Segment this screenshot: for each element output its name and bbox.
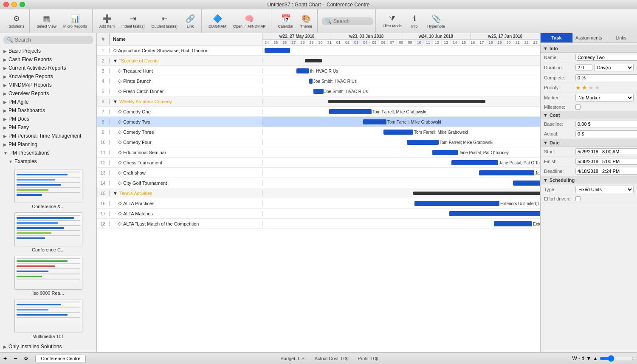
table-row[interactable]: 9 ◇ Comedy Three Tom Farrell; Mike Grabo… [97, 127, 540, 137]
info-button[interactable]: ℹ Info [406, 12, 423, 30]
row-chart[interactable]: Jane Postal; Pat O'Tormey [262, 168, 540, 178]
remove-button[interactable]: − [14, 355, 17, 362]
row-chart[interactable] [262, 96, 540, 106]
tab-assignments[interactable]: Assignments [573, 33, 605, 42]
sidebar-item-pm-planning[interactable]: ▶ PM Planning [0, 140, 96, 149]
rp-duration-input[interactable] [575, 64, 592, 71]
sidebar-item-pm-docs[interactable]: ▶ PM Docs [0, 115, 96, 123]
row-chart[interactable]: Tom Farrell; Mike Grabowski [262, 107, 540, 116]
sidebar-item-pm-personal[interactable]: ▶ PM Personal Time Management [0, 132, 96, 140]
theme-button[interactable]: 🎨 Theme [298, 12, 315, 30]
row-chart[interactable]: Tom Farrell; Mike Grabowski [262, 137, 540, 147]
example-conference-c[interactable]: Conference C... [2, 211, 95, 254]
diagram-button[interactable]: 🔷 DIAGRAM [206, 12, 229, 30]
rp-deadline-input[interactable] [575, 168, 637, 175]
star-2[interactable]: ★ [582, 84, 587, 91]
row-chart[interactable]: Jane Postal; Pat O'Tormey [262, 147, 540, 157]
sidebar-item-examples[interactable]: ▼ Examples [0, 157, 96, 166]
sidebar-search-input[interactable] [15, 37, 90, 43]
table-row[interactable]: 15 ▼ Tennis Activities [97, 188, 540, 198]
table-row[interactable]: 5 ◇ Fresh Catch Dinner Joe Smith; HVAC R… [97, 86, 540, 96]
row-chart[interactable]: Joe Smith; HVAC R Us [262, 76, 540, 86]
example-iso-9000[interactable]: Iso 9000 Rea... [2, 254, 95, 297]
sidebar-item-pm-presentations[interactable]: ▼ PM Presentations [0, 149, 96, 157]
rp-date-section[interactable]: ▼ Date [541, 139, 637, 147]
window-controls[interactable] [3, 2, 25, 7]
open-mindmap-button[interactable]: 🧠 Open in MINDMAP [231, 12, 268, 30]
example-conference-and[interactable]: Conference &... [2, 167, 95, 211]
indent-button[interactable]: ⇥ Indent task(s) [119, 12, 147, 30]
table-row[interactable]: 13 ◇ Craft show Jane Postal; Pat O'Torme… [97, 168, 540, 178]
calendar-button[interactable]: 📅 Calendar [276, 12, 296, 30]
table-row[interactable]: 1 ◇ Agriculture Center Showcase; Rich Ga… [97, 45, 540, 56]
row-chart[interactable]: Exteriors Unlimited; Denise; Katherine [262, 198, 540, 208]
rp-duration-unit-select[interactable]: Day(s) [594, 64, 634, 71]
micro-reports-button[interactable]: 📊 Micro Reports [61, 12, 90, 30]
rp-name-input[interactable] [575, 54, 637, 61]
status-tab-conference[interactable]: Conference Centre [35, 355, 86, 362]
rp-actual-input[interactable] [575, 130, 637, 137]
maximize-button[interactable] [20, 2, 25, 7]
example-multimedia[interactable]: Multimedia 101 [2, 297, 95, 341]
table-row[interactable]: 17 ◇ ALTA Matches Exteriors Unlimited; D [97, 209, 540, 219]
rp-marker-select[interactable]: No Marker [575, 94, 634, 102]
expand-icon[interactable]: ▼ [113, 191, 118, 196]
sidebar-item-pm-easy[interactable]: ▶ PM Easy [0, 123, 96, 132]
rp-start-input[interactable] [575, 148, 637, 155]
rp-finish-input[interactable] [575, 158, 637, 165]
table-row[interactable]: 18 ◇ ALTA "Last Match of the Competition… [97, 219, 540, 229]
table-row[interactable]: 10 ◇ Comedy Four Tom Farrell; Mike Grabo… [97, 137, 540, 147]
sidebar-item-only-installed[interactable]: ▶ Only Installed Solutions [0, 342, 96, 351]
gantt-body[interactable]: 1 ◇ Agriculture Center Showcase; Rich Ga… [97, 45, 540, 352]
row-chart[interactable]: Tom Farrell; Mike Grabowski [262, 117, 540, 127]
rp-baseline-input[interactable] [575, 121, 637, 127]
minimize-button[interactable] [11, 2, 17, 7]
add-item-button[interactable]: ➕ Add Item [97, 12, 117, 30]
sidebar-item-mindmap[interactable]: ▶ MINDMAP Reports [0, 81, 96, 89]
row-chart[interactable]: Joe Smith; HVAC R Us [262, 86, 540, 96]
star-3[interactable]: ★ [588, 84, 594, 91]
table-row[interactable]: 6 ▼ Weekly Amateur Comedy [97, 96, 540, 107]
settings-button[interactable]: ⚙ [24, 356, 28, 361]
row-chart[interactable] [262, 188, 540, 198]
sidebar-item-cash-flow[interactable]: ▶ Cash Flow Reports [0, 55, 96, 64]
row-chart[interactable]: Exteriors Unlimi [262, 219, 540, 229]
row-chart[interactable]: Tom Farrell; Mike Grabowski [262, 127, 540, 137]
rp-scheduling-section[interactable]: ▼ Scheduling [541, 176, 637, 184]
table-row[interactable]: 4 ◇ Pirate Brunch Joe Smith; HVAC R Us [97, 76, 540, 86]
table-row[interactable]: 8 ◇ Comedy Two Tom Farrell; Mike Grabows… [97, 117, 540, 127]
tab-task[interactable]: Task [541, 33, 573, 42]
sidebar-item-overview[interactable]: ▶ Overview Reports [0, 89, 96, 98]
zoom-down-icon[interactable]: ▼ [586, 356, 591, 361]
rp-priority-stars[interactable]: ★ ★ ★ ★ [575, 84, 600, 91]
sidebar-item-knowledge[interactable]: ▶ Knowledge Reports [0, 72, 96, 81]
star-1[interactable]: ★ [575, 84, 581, 91]
row-chart[interactable]: Exteriors Unlimited; D [262, 209, 540, 218]
sidebar-item-basic-projects[interactable]: ▶ Basic Projects [0, 47, 96, 55]
solutions-button[interactable]: ⚙ Solutions [6, 12, 27, 30]
table-row[interactable]: 7 ◇ Comedy One Tom Farrell; Mike Grabows… [97, 107, 540, 117]
table-row[interactable]: 16 ◇ ALTA Practices Exteriors Unlimited;… [97, 198, 540, 209]
rp-cost-section[interactable]: ▼ Cost [541, 111, 637, 119]
rp-info-section[interactable]: ▼ Info [541, 45, 637, 53]
row-chart[interactable]: th; HVAC R Us [262, 66, 540, 76]
rp-complete-input[interactable] [575, 74, 637, 81]
toolbar-search-box[interactable]: 🔍 [322, 17, 373, 25]
rp-milestone-checkbox[interactable] [575, 104, 581, 110]
row-chart[interactable]: Jane Postal; Pa [262, 178, 540, 188]
add-button[interactable]: + [3, 355, 7, 362]
link-button[interactable]: 🔗 Link [182, 12, 199, 30]
outdent-button[interactable]: ⇤ Outdent task(s) [149, 12, 180, 30]
row-chart[interactable] [262, 45, 540, 55]
sidebar-item-pm-agile[interactable]: ▶ PM Agile [0, 98, 96, 106]
star-4[interactable]: ★ [595, 84, 600, 91]
sidebar-item-current-activities[interactable]: ▶ Current Activities Reports [0, 64, 96, 72]
table-row[interactable]: 14 ◇ City Golf Tournament Jane Postal; P… [97, 178, 540, 188]
hypernote-button[interactable]: 📎 Hypernote [425, 12, 448, 30]
toolbar-search-input[interactable] [333, 18, 367, 24]
select-view-button[interactable]: ▦ Select View [34, 12, 59, 30]
row-chart[interactable] [262, 56, 540, 65]
sidebar-item-pm-dashboards[interactable]: ▶ PM Dashboards [0, 106, 96, 115]
filter-mode-button[interactable]: ⧩ Filter Mode [380, 12, 404, 30]
sidebar-search-box[interactable]: 🔍 [3, 36, 93, 44]
